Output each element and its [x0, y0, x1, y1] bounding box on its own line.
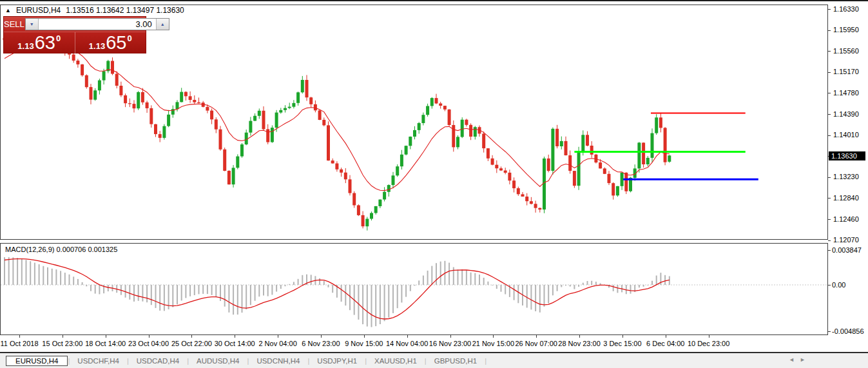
time-axis-tick — [407, 335, 408, 338]
price-scale-tick — [828, 198, 831, 199]
tab-scroll-left-icon[interactable]: ◄ — [789, 356, 795, 363]
buy-button[interactable]: BUY — [170, 17, 188, 32]
macd-scale-label: -0.004856 — [832, 327, 864, 336]
chart-tab-usdcad[interactable]: USDCAD,H4 — [129, 357, 187, 365]
buy-price-big: 65 — [106, 33, 126, 52]
price-scale-tick — [828, 93, 831, 93]
price-scale-label: 1.14390 — [833, 110, 859, 119]
price-scale-tick — [828, 135, 831, 136]
chart-tab-usdjpy[interactable]: USDJPY,H1 — [309, 357, 365, 365]
symbol-title: EURUSD,H4 — [16, 6, 61, 15]
current-price-box: 1.13630 — [829, 151, 865, 160]
price-scale-tick — [828, 219, 831, 220]
time-axis-tick — [149, 335, 149, 338]
ohlc-values: 1.13516 1.13642 1.13497 1.13630 — [66, 6, 184, 15]
terminal-window: ▲ EURUSD,H4 1.13516 1.13642 1.13497 1.13… — [0, 0, 868, 368]
time-axis-tick — [321, 335, 322, 338]
macd-scale-tick — [828, 331, 831, 332]
time-axis-label: 18 Oct 14:00 — [85, 340, 126, 347]
price-scale-label: 1.14010 — [833, 131, 859, 139]
time-axis-label: 23 Oct 04:00 — [128, 340, 169, 347]
price-scale-tick — [828, 240, 831, 241]
time-axis-tick — [709, 335, 709, 338]
time-axis-label: 10 Dec 23:00 — [688, 340, 729, 347]
time-axis-label: 25 Oct 22:00 — [171, 340, 212, 347]
sell-price-pipette: 0 — [56, 34, 61, 43]
macd-scale-label: 0.00 — [832, 281, 845, 289]
buy-price-pipette: 0 — [127, 34, 131, 43]
price-scale-label: 1.15560 — [833, 47, 859, 55]
price-scale-label: 1.16330 — [833, 5, 859, 14]
time-axis-tick — [19, 335, 20, 338]
price-scale-tick — [828, 114, 831, 115]
volume-input[interactable] — [39, 19, 156, 30]
macd-scale-tick — [828, 250, 831, 251]
time-axis-label: 3 Dec 15:00 — [603, 340, 641, 347]
chart-header: ▲ EURUSD,H4 1.13516 1.13642 1.13497 1.13… — [5, 6, 184, 15]
sell-price-big: 63 — [35, 33, 55, 52]
price-scale-label: 1.14780 — [833, 89, 859, 97]
time-axis-label: 9 Nov 15:00 — [345, 340, 383, 347]
chart-tab-audusd[interactable]: AUDUSD,H4 — [189, 357, 247, 365]
time-axis-tick — [666, 335, 666, 338]
macd-scale-tick — [828, 285, 831, 286]
chart-tab-eurusd[interactable]: EURUSD,H4 — [6, 356, 68, 366]
chart-tab-gbpusd[interactable]: GBPUSD,H1 — [427, 357, 485, 365]
price-scale-label: 1.12840 — [833, 194, 859, 202]
price-scale-label: 1.13230 — [833, 173, 859, 181]
price-scale-tick — [828, 30, 831, 31]
sell-price-button[interactable]: 1.13 63 0 — [4, 32, 75, 53]
symbol-arrow-icon: ▲ — [5, 7, 11, 14]
one-click-trading-panel: SELL ▼ ▲ BUY 1.13 63 0 1.13 65 0 — [3, 16, 146, 53]
time-axis-tick — [579, 335, 580, 338]
time-axis-label: 2 Nov 04:00 — [258, 340, 296, 347]
price-scale-label: 1.12460 — [833, 215, 859, 224]
macd-indicator-label: MACD(12,26,9) 0.000706 0.001325 — [5, 246, 117, 253]
time-axis-tick — [63, 335, 63, 338]
sell-price-prefix: 1.13 — [17, 41, 34, 51]
time-axis-label: 6 Dec 04:00 — [646, 340, 684, 347]
time-axis-tick — [106, 335, 106, 338]
price-scale-label: 1.12070 — [833, 236, 859, 244]
chart-tab-xauusd[interactable]: XAUUSD,H1 — [367, 357, 425, 365]
price-scale-tick — [828, 51, 831, 52]
price-scale-label: 1.15950 — [833, 26, 859, 34]
chart-tab-usdcnh[interactable]: USDCNH,H4 — [249, 357, 307, 365]
time-axis-tick — [450, 335, 451, 338]
time-axis-label: 26 Nov 07:00 — [515, 340, 557, 347]
buy-price-button[interactable]: 1.13 65 0 — [75, 32, 146, 53]
tab-separator: | — [485, 357, 487, 365]
macd-scale-label: 0.003847 — [832, 246, 862, 255]
price-scale-label: 1.15170 — [833, 68, 859, 76]
time-axis-label: 6 Nov 23:00 — [302, 340, 340, 347]
time-axis-label: 16 Nov 23:00 — [429, 340, 471, 347]
volume-spinner: ▼ ▲ — [25, 18, 169, 30]
price-chart-canvas[interactable] — [0, 0, 868, 368]
time-axis-label: 28 Nov 23:00 — [558, 340, 600, 347]
chart-tab-bar: EURUSD,H4|USDCHF,H4|USDCAD,H4|AUDUSD,H4|… — [0, 353, 868, 368]
price-scale-tick — [828, 9, 831, 10]
time-axis-tick — [622, 335, 623, 338]
time-axis-tick — [191, 335, 192, 338]
time-axis-tick — [536, 335, 537, 338]
volume-increase-button[interactable]: ▲ — [156, 19, 169, 30]
time-axis-label: 21 Nov 15:00 — [472, 340, 514, 347]
tab-scroll-right-icon[interactable]: ► — [800, 356, 805, 363]
time-axis-tick — [278, 335, 278, 338]
time-axis-label: 11 Oct 2018 — [0, 340, 38, 347]
volume-decrease-button[interactable]: ▼ — [26, 19, 39, 30]
sell-button[interactable]: SELL — [4, 17, 24, 32]
time-axis-label: 15 Oct 23:00 — [42, 340, 82, 347]
price-scale-tick — [828, 72, 831, 73]
buy-price-prefix: 1.13 — [89, 41, 105, 51]
time-axis-tick — [235, 335, 235, 338]
time-axis-tick — [493, 335, 494, 338]
time-axis-label: 30 Oct 14:00 — [215, 340, 255, 347]
time-axis-label: 14 Nov 04:00 — [386, 340, 428, 347]
chart-tab-usdchf[interactable]: USDCHF,H4 — [70, 357, 127, 365]
time-axis-tick — [364, 335, 365, 338]
price-scale-tick — [828, 177, 831, 178]
